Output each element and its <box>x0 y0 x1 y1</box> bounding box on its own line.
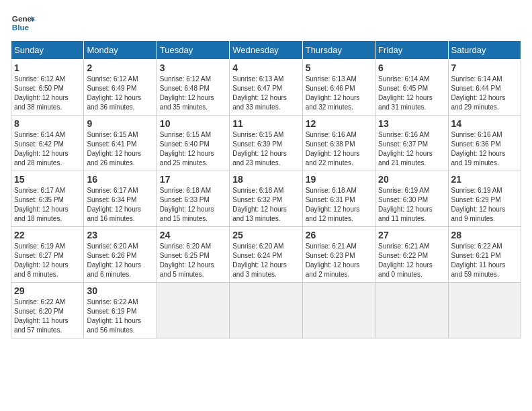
calendar-day-cell: 26 Sunrise: 6:21 AMSunset: 6:23 PMDaylig… <box>302 227 375 283</box>
day-info: Sunrise: 6:21 AMSunset: 6:23 PMDaylight:… <box>306 242 372 279</box>
weekday-header: Wednesday <box>230 41 302 60</box>
day-number: 22 <box>14 230 81 240</box>
day-info: Sunrise: 6:14 AMSunset: 6:45 PMDaylight:… <box>378 75 445 112</box>
day-info: Sunrise: 6:12 AMSunset: 6:49 PMDaylight:… <box>87 75 153 112</box>
day-info: Sunrise: 6:15 AMSunset: 6:39 PMDaylight:… <box>232 130 299 168</box>
calendar-day-cell: 1 Sunrise: 6:12 AMSunset: 6:50 PMDayligh… <box>11 60 84 116</box>
calendar-week-row: 15 Sunrise: 6:17 AMSunset: 6:35 PMDaylig… <box>11 171 521 227</box>
day-number: 30 <box>87 285 153 296</box>
day-number: 21 <box>451 174 518 185</box>
calendar-day-cell <box>157 283 229 338</box>
day-number: 15 <box>14 174 81 185</box>
day-number: 7 <box>451 62 518 73</box>
day-number: 14 <box>451 118 518 129</box>
calendar-day-cell: 8 Sunrise: 6:14 AMSunset: 6:42 PMDayligh… <box>11 116 84 171</box>
calendar-table: SundayMondayTuesdayWednesdayThursdayFrid… <box>11 40 521 338</box>
day-info: Sunrise: 6:15 AMSunset: 6:41 PMDaylight:… <box>87 130 153 168</box>
calendar-day-cell: 27 Sunrise: 6:21 AMSunset: 6:22 PMDaylig… <box>375 227 448 283</box>
day-info: Sunrise: 6:14 AMSunset: 6:44 PMDaylight:… <box>451 75 518 112</box>
day-info: Sunrise: 6:22 AMSunset: 6:21 PMDaylight:… <box>451 242 518 279</box>
day-number: 9 <box>87 118 153 129</box>
day-info: Sunrise: 6:15 AMSunset: 6:40 PMDaylight:… <box>160 130 226 168</box>
calendar-day-cell: 20 Sunrise: 6:19 AMSunset: 6:30 PMDaylig… <box>375 171 448 227</box>
svg-text:Blue: Blue <box>12 23 30 32</box>
weekday-header-row: SundayMondayTuesdayWednesdayThursdayFrid… <box>11 41 521 60</box>
day-info: Sunrise: 6:21 AMSunset: 6:22 PMDaylight:… <box>378 242 445 279</box>
calendar-day-cell: 11 Sunrise: 6:15 AMSunset: 6:39 PMDaylig… <box>230 116 302 171</box>
calendar-day-cell: 19 Sunrise: 6:18 AMSunset: 6:31 PMDaylig… <box>302 171 375 227</box>
day-info: Sunrise: 6:18 AMSunset: 6:33 PMDaylight:… <box>160 186 226 224</box>
day-number: 29 <box>14 285 81 296</box>
calendar-day-cell: 21 Sunrise: 6:19 AMSunset: 6:29 PMDaylig… <box>448 171 521 227</box>
calendar-day-cell: 29 Sunrise: 6:22 AMSunset: 6:20 PMDaylig… <box>11 283 84 338</box>
calendar-day-cell: 2 Sunrise: 6:12 AMSunset: 6:49 PMDayligh… <box>84 60 157 116</box>
day-number: 17 <box>160 174 226 185</box>
logo-icon: General Blue <box>11 11 35 35</box>
calendar-day-cell: 28 Sunrise: 6:22 AMSunset: 6:21 PMDaylig… <box>448 227 521 283</box>
day-number: 13 <box>378 118 445 129</box>
day-info: Sunrise: 6:17 AMSunset: 6:34 PMDaylight:… <box>87 186 153 224</box>
calendar-day-cell: 22 Sunrise: 6:19 AMSunset: 6:27 PMDaylig… <box>11 227 84 283</box>
day-info: Sunrise: 6:19 AMSunset: 6:27 PMDaylight:… <box>14 242 81 279</box>
calendar-week-row: 1 Sunrise: 6:12 AMSunset: 6:50 PMDayligh… <box>11 60 521 116</box>
day-info: Sunrise: 6:14 AMSunset: 6:42 PMDaylight:… <box>14 130 81 168</box>
weekday-header: Sunday <box>11 41 84 60</box>
day-number: 5 <box>306 62 372 73</box>
weekday-header: Friday <box>375 41 448 60</box>
weekday-header: Saturday <box>448 41 521 60</box>
calendar-day-cell: 24 Sunrise: 6:20 AMSunset: 6:25 PMDaylig… <box>157 227 229 283</box>
day-info: Sunrise: 6:13 AMSunset: 6:46 PMDaylight:… <box>306 75 372 112</box>
calendar-day-cell: 6 Sunrise: 6:14 AMSunset: 6:45 PMDayligh… <box>375 60 448 116</box>
day-number: 27 <box>378 230 445 240</box>
day-info: Sunrise: 6:22 AMSunset: 6:19 PMDaylight:… <box>87 298 153 335</box>
day-info: Sunrise: 6:18 AMSunset: 6:32 PMDaylight:… <box>232 186 299 224</box>
day-number: 4 <box>232 62 299 73</box>
day-info: Sunrise: 6:18 AMSunset: 6:31 PMDaylight:… <box>306 186 372 224</box>
day-info: Sunrise: 6:19 AMSunset: 6:29 PMDaylight:… <box>451 186 518 224</box>
day-info: Sunrise: 6:13 AMSunset: 6:47 PMDaylight:… <box>232 75 299 112</box>
calendar-day-cell: 23 Sunrise: 6:20 AMSunset: 6:26 PMDaylig… <box>84 227 157 283</box>
calendar-day-cell: 15 Sunrise: 6:17 AMSunset: 6:35 PMDaylig… <box>11 171 84 227</box>
day-number: 8 <box>14 118 81 129</box>
day-info: Sunrise: 6:19 AMSunset: 6:30 PMDaylight:… <box>378 186 445 224</box>
calendar-day-cell: 3 Sunrise: 6:12 AMSunset: 6:48 PMDayligh… <box>157 60 229 116</box>
day-info: Sunrise: 6:16 AMSunset: 6:37 PMDaylight:… <box>378 130 445 168</box>
day-number: 26 <box>306 230 372 240</box>
day-info: Sunrise: 6:16 AMSunset: 6:38 PMDaylight:… <box>306 130 372 168</box>
calendar-week-row: 29 Sunrise: 6:22 AMSunset: 6:20 PMDaylig… <box>11 283 521 338</box>
day-number: 1 <box>14 62 81 73</box>
calendar-day-cell: 12 Sunrise: 6:16 AMSunset: 6:38 PMDaylig… <box>302 116 375 171</box>
weekday-header: Monday <box>84 41 157 60</box>
weekday-header: Tuesday <box>157 41 229 60</box>
day-number: 2 <box>87 62 153 73</box>
calendar-day-cell: 5 Sunrise: 6:13 AMSunset: 6:46 PMDayligh… <box>302 60 375 116</box>
day-number: 11 <box>232 118 299 129</box>
day-info: Sunrise: 6:12 AMSunset: 6:48 PMDaylight:… <box>160 75 226 112</box>
day-number: 19 <box>306 174 372 185</box>
day-number: 12 <box>306 118 372 129</box>
day-info: Sunrise: 6:20 AMSunset: 6:26 PMDaylight:… <box>87 242 153 279</box>
day-number: 25 <box>232 230 299 240</box>
calendar-body: 1 Sunrise: 6:12 AMSunset: 6:50 PMDayligh… <box>11 60 521 338</box>
calendar-day-cell: 10 Sunrise: 6:15 AMSunset: 6:40 PMDaylig… <box>157 116 229 171</box>
day-number: 24 <box>160 230 226 240</box>
calendar-day-cell: 4 Sunrise: 6:13 AMSunset: 6:47 PMDayligh… <box>230 60 302 116</box>
day-info: Sunrise: 6:17 AMSunset: 6:35 PMDaylight:… <box>14 186 81 224</box>
calendar-day-cell: 14 Sunrise: 6:16 AMSunset: 6:36 PMDaylig… <box>448 116 521 171</box>
calendar-day-cell <box>448 283 521 338</box>
calendar-day-cell: 25 Sunrise: 6:20 AMSunset: 6:24 PMDaylig… <box>230 227 302 283</box>
day-info: Sunrise: 6:22 AMSunset: 6:20 PMDaylight:… <box>14 298 81 335</box>
calendar-day-cell <box>375 283 448 338</box>
logo: General Blue <box>11 11 35 35</box>
calendar-day-cell: 9 Sunrise: 6:15 AMSunset: 6:41 PMDayligh… <box>84 116 157 171</box>
calendar-day-cell: 13 Sunrise: 6:16 AMSunset: 6:37 PMDaylig… <box>375 116 448 171</box>
day-number: 3 <box>160 62 226 73</box>
day-number: 20 <box>378 174 445 185</box>
page-header: General Blue <box>11 11 521 35</box>
day-info: Sunrise: 6:20 AMSunset: 6:24 PMDaylight:… <box>232 242 299 279</box>
day-number: 28 <box>451 230 518 240</box>
day-info: Sunrise: 6:12 AMSunset: 6:50 PMDaylight:… <box>14 75 81 112</box>
calendar-day-cell: 16 Sunrise: 6:17 AMSunset: 6:34 PMDaylig… <box>84 171 157 227</box>
day-number: 18 <box>232 174 299 185</box>
calendar-day-cell: 17 Sunrise: 6:18 AMSunset: 6:33 PMDaylig… <box>157 171 229 227</box>
